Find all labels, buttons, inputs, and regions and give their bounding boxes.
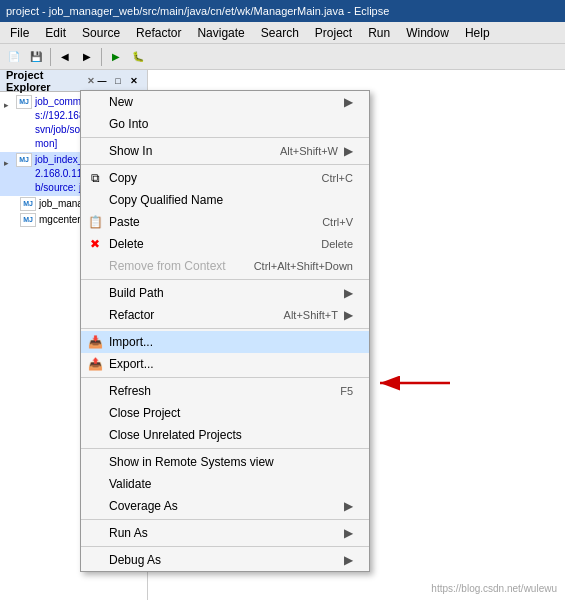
ctx-shortcut-showin: Alt+Shift+W [280,145,338,157]
ctx-label-paste: Paste [109,215,302,229]
menu-item-navigate[interactable]: Navigate [189,24,252,42]
ctx-item-validate[interactable]: Validate [81,473,369,495]
watermark: https://blog.csdn.net/wulewu [431,583,557,594]
toolbar-sep-2 [101,48,102,66]
ctx-shortcut-delete: Delete [321,238,353,250]
ctx-label-refresh: Refresh [109,384,320,398]
menu-bar: FileEditSourceRefactorNavigateSearchProj… [0,22,565,44]
menu-item-search[interactable]: Search [253,24,307,42]
menu-item-edit[interactable]: Edit [37,24,74,42]
ctx-arrow-coverageas: ▶ [344,499,353,513]
toolbar: 📄 💾 ◀ ▶ ▶ 🐛 [0,44,565,70]
ctx-label-runas: Run As [109,526,338,540]
ctx-icon-export: 📤 [87,356,103,372]
menu-item-source[interactable]: Source [74,24,128,42]
icon-mj-mgcenter: MJ [20,213,36,227]
tree-arrow-job-index: ▸ [4,153,16,171]
toolbar-new-btn[interactable]: 📄 [4,47,24,67]
ctx-shortcut-copy: Ctrl+C [322,172,353,184]
ctx-label-new: New [109,95,338,109]
menu-item-window[interactable]: Window [398,24,457,42]
toolbar-run-btn[interactable]: ▶ [106,47,126,67]
panel-close-btn[interactable]: ✕ [127,74,141,88]
menu-item-help[interactable]: Help [457,24,498,42]
ctx-icon-copy: ⧉ [87,170,103,186]
ctx-shortcut-refactor: Alt+Shift+T [284,309,338,321]
ctx-separator-sep1 [81,137,369,138]
ctx-item-copy[interactable]: ⧉CopyCtrl+C [81,167,369,189]
ctx-icon-delete: ✖ [87,236,103,252]
ctx-label-copy: Copy [109,171,302,185]
panel-header: Project Explorer ✕ — □ ✕ [0,70,147,92]
ctx-item-new[interactable]: New▶ [81,91,369,113]
ctx-label-removefromcontext: Remove from Context [109,259,234,273]
ctx-item-coverageas[interactable]: Coverage As▶ [81,495,369,517]
panel-tab-id: ✕ [87,76,95,86]
ctx-arrow-runas: ▶ [344,526,353,540]
ctx-separator-sep8 [81,546,369,547]
ctx-shortcut-refresh: F5 [340,385,353,397]
editor-content [148,70,565,82]
ctx-item-import[interactable]: 📥Import... [81,331,369,353]
tree-label-mgcenter: mgcenter] [39,213,83,227]
ctx-label-export: Export... [109,357,353,371]
toolbar-back-btn[interactable]: ◀ [55,47,75,67]
ctx-arrow-debugas: ▶ [344,553,353,567]
panel-minimize-btn[interactable]: — [95,74,109,88]
ctx-item-closeproject[interactable]: Close Project [81,402,369,424]
ctx-item-copyqualified[interactable]: Copy Qualified Name [81,189,369,211]
ctx-icon-paste: 📋 [87,214,103,230]
toolbar-save-btn[interactable]: 💾 [26,47,46,67]
menu-item-run[interactable]: Run [360,24,398,42]
ctx-item-buildpath[interactable]: Build Path▶ [81,282,369,304]
ctx-label-closeproject: Close Project [109,406,353,420]
tree-arrow-job-common: ▸ [4,95,16,113]
icon-mj-job-index: MJ [16,153,32,167]
ctx-item-showinremote[interactable]: Show in Remote Systems view [81,451,369,473]
ctx-item-runas[interactable]: Run As▶ [81,522,369,544]
ctx-label-showin: Show In [109,144,260,158]
title-bar: project - job_manager_web/src/main/java/… [0,0,565,22]
ctx-shortcut-paste: Ctrl+V [322,216,353,228]
ctx-label-buildpath: Build Path [109,286,338,300]
ctx-label-refactor: Refactor [109,308,264,322]
icon-mj-job-manager: MJ [20,197,36,211]
watermark-text: https://blog.csdn.net/wulewu [431,583,557,594]
ctx-label-debugas: Debug As [109,553,338,567]
ctx-separator-sep6 [81,448,369,449]
menu-item-file[interactable]: File [2,24,37,42]
toolbar-sep-1 [50,48,51,66]
panel-maximize-btn[interactable]: □ [111,74,125,88]
ctx-separator-sep7 [81,519,369,520]
icon-mj-job-common: MJ [16,95,32,109]
ctx-label-copyqualified: Copy Qualified Name [109,193,353,207]
ctx-item-refresh[interactable]: RefreshF5 [81,380,369,402]
ctx-item-showin[interactable]: Show InAlt+Shift+W▶ [81,140,369,162]
ctx-item-paste[interactable]: 📋PasteCtrl+V [81,211,369,233]
ctx-item-removefromcontext: Remove from ContextCtrl+Alt+Shift+Down [81,255,369,277]
context-menu: New▶Go IntoShow InAlt+Shift+W▶⧉CopyCtrl+… [80,90,370,572]
red-arrow-indicator [370,368,460,401]
ctx-item-refactor[interactable]: RefactorAlt+Shift+T▶ [81,304,369,326]
menu-item-project[interactable]: Project [307,24,360,42]
ctx-separator-sep2 [81,164,369,165]
ctx-arrow-refactor: ▶ [344,308,353,322]
ctx-separator-sep4 [81,328,369,329]
ctx-arrow-buildpath: ▶ [344,286,353,300]
panel-header-icons: — □ ✕ [95,74,141,88]
panel-title-text: Project Explorer [6,70,83,93]
ctx-icon-import: 📥 [87,334,103,350]
toolbar-fwd-btn[interactable]: ▶ [77,47,97,67]
ctx-label-goto: Go Into [109,117,353,131]
ctx-item-closeunrelated[interactable]: Close Unrelated Projects [81,424,369,446]
ctx-label-import: Import... [109,335,353,349]
ctx-item-goto[interactable]: Go Into [81,113,369,135]
ctx-label-coverageas: Coverage As [109,499,338,513]
ctx-label-validate: Validate [109,477,353,491]
ctx-item-export[interactable]: 📤Export... [81,353,369,375]
menu-item-refactor[interactable]: Refactor [128,24,189,42]
ctx-label-delete: Delete [109,237,301,251]
ctx-item-delete[interactable]: ✖DeleteDelete [81,233,369,255]
ctx-item-debugas[interactable]: Debug As▶ [81,549,369,571]
toolbar-debug-btn[interactable]: 🐛 [128,47,148,67]
